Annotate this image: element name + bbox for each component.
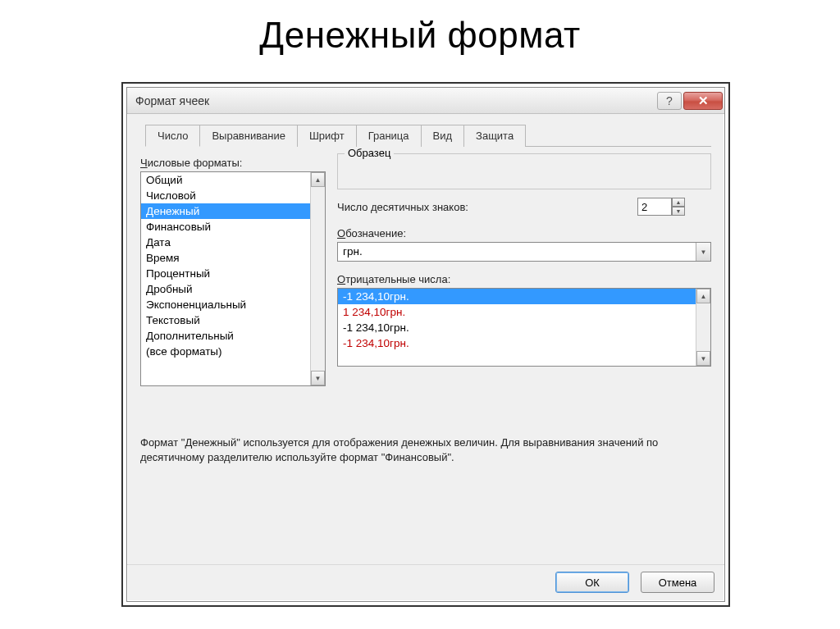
format-item[interactable]: Дата bbox=[141, 235, 310, 250]
format-item[interactable]: Финансовый bbox=[141, 219, 310, 235]
decimals-label: Число десятичных знаков: bbox=[337, 201, 468, 213]
titlebar-controls: ? ✕ bbox=[657, 92, 723, 110]
tab-Граница[interactable]: Граница bbox=[356, 125, 422, 147]
negative-label-hotkey: О bbox=[337, 273, 345, 285]
format-item[interactable]: Процентный bbox=[141, 266, 310, 281]
ok-button[interactable]: ОК bbox=[555, 572, 629, 593]
format-description: Формат "Денежный" используется для отобр… bbox=[140, 435, 711, 464]
symbol-value: грн. bbox=[338, 243, 696, 261]
close-button[interactable]: ✕ bbox=[683, 92, 723, 110]
tab-Шрифт[interactable]: Шрифт bbox=[297, 125, 357, 147]
scroll-down-icon[interactable]: ▼ bbox=[696, 351, 710, 366]
formats-label-hotkey: Ч bbox=[140, 157, 148, 169]
format-item[interactable]: (все форматы) bbox=[141, 344, 310, 359]
negative-label-rest: трицательные числа: bbox=[345, 273, 450, 285]
formats-label: Числовые форматы: bbox=[140, 157, 326, 169]
titlebar: Формат ячеек ? ✕ bbox=[127, 88, 724, 114]
spinner-up-icon[interactable]: ▲ bbox=[672, 198, 685, 207]
help-button[interactable]: ? bbox=[657, 92, 682, 110]
formats-label-rest: исловые форматы: bbox=[148, 157, 243, 169]
format-item[interactable]: Экспоненциальный bbox=[141, 297, 310, 312]
format-item[interactable]: Общий bbox=[141, 172, 310, 188]
format-item[interactable]: Дробный bbox=[141, 281, 310, 297]
format-item[interactable]: Дополнительный bbox=[141, 328, 310, 344]
sample-groupbox: Образец bbox=[337, 153, 711, 189]
main-row: Числовые форматы: ОбщийЧисловойДенежныйФ… bbox=[140, 153, 711, 386]
page-title: Денежный формат bbox=[0, 15, 840, 56]
symbol-label: Обозначение: bbox=[337, 227, 711, 239]
scroll-down-icon[interactable]: ▼ bbox=[311, 371, 325, 385]
negative-item[interactable]: 1 234,10грн. bbox=[338, 304, 696, 320]
formats-items: ОбщийЧисловойДенежныйФинансовыйДатаВремя… bbox=[141, 172, 310, 385]
combo-arrow-icon[interactable]: ▼ bbox=[696, 243, 710, 261]
tab-Выравнивание[interactable]: Выравнивание bbox=[199, 125, 297, 147]
format-item[interactable]: Текстовый bbox=[141, 312, 310, 328]
format-item[interactable]: Числовой bbox=[141, 188, 310, 203]
dialog-content: ЧислоВыравниваниеШрифтГраницаВидЗащита Ч… bbox=[127, 114, 724, 564]
decimals-spinner[interactable]: ▲ ▼ bbox=[637, 198, 685, 216]
tab-Вид[interactable]: Вид bbox=[421, 125, 465, 147]
symbol-label-hotkey: О bbox=[337, 227, 345, 239]
dialog-footer: ОК Отмена bbox=[127, 564, 724, 601]
dialog-window: Формат ячеек ? ✕ ЧислоВыравниваниеШрифтГ… bbox=[126, 87, 725, 602]
sample-legend: Образец bbox=[345, 147, 394, 159]
decimals-row: Число десятичных знаков: ▲ ▼ bbox=[337, 198, 711, 216]
left-column: Числовые форматы: ОбщийЧисловойДенежныйФ… bbox=[140, 153, 326, 386]
negative-scrollbar[interactable]: ▲ ▼ bbox=[696, 289, 710, 366]
negative-item[interactable]: -1 234,10грн. bbox=[338, 335, 696, 351]
window-title: Формат ячеек bbox=[135, 94, 209, 107]
spinner-buttons: ▲ ▼ bbox=[672, 198, 685, 216]
decimals-input[interactable] bbox=[637, 198, 672, 216]
negative-items: -1 234,10грн.1 234,10грн.-1 234,10грн.-1… bbox=[338, 289, 696, 366]
negative-item[interactable]: -1 234,10грн. bbox=[338, 320, 696, 335]
format-item[interactable]: Денежный bbox=[141, 203, 310, 219]
scroll-up-icon[interactable]: ▲ bbox=[696, 289, 710, 303]
spinner-down-icon[interactable]: ▼ bbox=[672, 207, 685, 216]
tab-Защита[interactable]: Защита bbox=[463, 125, 526, 147]
symbol-combobox[interactable]: грн. ▼ bbox=[337, 242, 711, 262]
negative-listbox[interactable]: -1 234,10грн.1 234,10грн.-1 234,10грн.-1… bbox=[337, 288, 711, 367]
symbol-label-rest: бозначение: bbox=[345, 227, 406, 239]
negative-item[interactable]: -1 234,10грн. bbox=[338, 289, 696, 304]
scroll-up-icon[interactable]: ▲ bbox=[311, 172, 325, 187]
format-item[interactable]: Время bbox=[141, 250, 310, 266]
formats-scrollbar[interactable]: ▲ ▼ bbox=[310, 172, 325, 385]
negative-label: Отрицательные числа: bbox=[337, 273, 711, 285]
right-column: Образец Число десятичных знаков: ▲ ▼ bbox=[337, 153, 711, 386]
tab-Число[interactable]: Число bbox=[145, 125, 200, 147]
formats-listbox[interactable]: ОбщийЧисловойДенежныйФинансовыйДатаВремя… bbox=[140, 171, 326, 386]
tab-strip: ЧислоВыравниваниеШрифтГраницаВидЗащита bbox=[145, 124, 711, 147]
cancel-button[interactable]: Отмена bbox=[641, 572, 714, 593]
screenshot-frame: Формат ячеек ? ✕ ЧислоВыравниваниеШрифтГ… bbox=[121, 82, 730, 607]
